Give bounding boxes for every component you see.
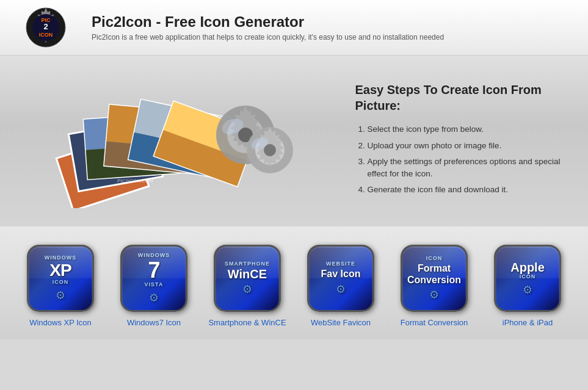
favicon-icon-button[interactable]: WebSite Fav Icon ⚙ [307,245,374,312]
step-4: Generate the icon file and download it. [368,184,563,196]
svg-text:2: 2 [43,22,48,31]
icon-item-winxp[interactable]: Windows XP Icon ⚙ Windows XP Icon [20,245,102,327]
favicon-gear-icon: ⚙ [336,283,346,296]
wince-link[interactable]: Smartphone & WinCE [208,318,286,327]
format-top-label: Icon [426,255,443,261]
win7-gear-icon: ⚙ [149,291,159,305]
win7-icon-button[interactable]: Windows 7 Vista ⚙ [120,245,187,312]
favicon-main-text: Fav Icon [321,268,361,280]
favicon-top-label: WebSite [326,261,355,267]
wince-icon-button[interactable]: Smartphone WinCE ⚙ [214,245,281,312]
icon-item-favicon[interactable]: WebSite Fav Icon ⚙ WebSite Favicon [300,245,382,327]
iphone-icon-button[interactable]: Apple Icon ⚙ [494,245,561,312]
format-gear-icon: ⚙ [429,288,439,302]
site-title: Pic2Icon - Free Icon Generator [92,13,444,31]
step-2: Upload your own photo or image file. [368,140,563,152]
header-text: Pic2Icon - Free Icon Generator Pic2Icon … [92,13,444,42]
iphone-main-text: Apple [510,261,545,273]
hero-heading: Easy Steps To Create Icon From Picture: [355,82,563,114]
hero-image: PIC2ICON.COM [26,74,319,208]
photo-stack: PIC2ICON.COM [26,74,319,208]
icon-item-iphone[interactable]: Apple Icon ⚙ iPhone & iPad [487,245,569,327]
win7-sub-label: Vista [145,281,164,287]
site-subtitle: Pic2Icon is a free web application that … [92,33,444,42]
win7-link[interactable]: Windows7 Icon [127,318,181,327]
winxp-sub-label: Icon [53,279,69,285]
format-link[interactable]: Format Conversion [401,318,468,327]
icon-item-wince[interactable]: Smartphone WinCE ⚙ Smartphone & WinCE [206,245,289,327]
iphone-gear-icon: ⚙ [523,283,532,297]
hero-steps: Easy Steps To Create Icon From Picture: … [355,82,563,200]
iphone-link[interactable]: iPhone & iPad [503,318,553,327]
wince-main-text: WinCE [228,268,267,280]
winxp-icon-button[interactable]: Windows XP Icon ⚙ [27,245,94,312]
winxp-top-label: Windows [45,255,77,261]
step-1: Select the icon type from below. [368,123,563,135]
wince-gear-icon: ⚙ [242,283,252,296]
hero-section: PIC2ICON.COM [0,56,588,226]
icon-item-win7[interactable]: Windows 7 Vista ⚙ Windows7 Icon [113,245,195,327]
format-icon-button[interactable]: Icon Format Conversion ⚙ [401,245,468,312]
logo[interactable]: PIC 2 ICON [12,6,79,49]
wince-top-label: Smartphone [225,261,270,267]
winxp-gear-icon: ⚙ [56,289,65,302]
format-main-text: Format Conversion [402,262,466,286]
favicon-link[interactable]: WebSite Favicon [311,318,371,327]
steps-list: Select the icon type from below. Upload … [355,123,563,196]
step-3: Apply the settings of preferences option… [368,156,563,181]
svg-text:PIC2ICON.COM: PIC2ICON.COM [117,178,153,184]
icon-item-format[interactable]: Icon Format Conversion ⚙ Format Conversi… [393,245,476,327]
header: PIC 2 ICON Pic2Icon - Free Icon Generato… [0,0,588,56]
winxp-link[interactable]: Windows XP Icon [29,318,92,327]
svg-text:ICON: ICON [39,32,53,38]
winxp-main-text: XP [49,262,71,279]
iphone-sub-label: Icon [520,273,536,280]
icons-section: Windows XP Icon ⚙ Windows XP Icon Window… [0,226,588,339]
win7-main-text: 7 [148,259,159,281]
